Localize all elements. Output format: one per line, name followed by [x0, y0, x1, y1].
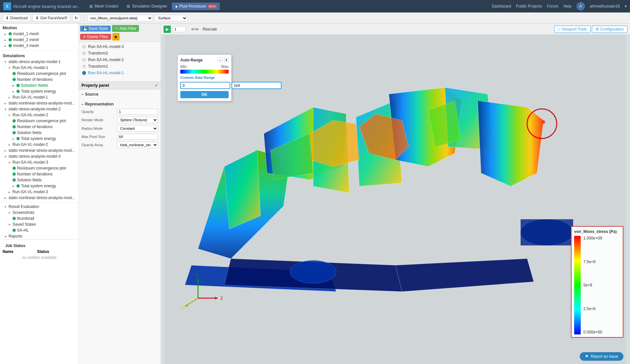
screenshots[interactable]: ▾ Screenshots [0, 210, 79, 216]
solution-fields-2[interactable]: Solution fields [0, 130, 79, 136]
sa-hl[interactable]: SA-HL [0, 227, 79, 233]
property-section-source: – Source [79, 89, 161, 99]
property-panel-check[interactable]: ✓ [155, 83, 158, 88]
filter-select[interactable]: von_Mises_stress[point-data] [87, 15, 153, 21]
cdr-header-btns: – ℹ [217, 57, 229, 62]
property-panel-title: Property panel [81, 83, 109, 88]
sim-2[interactable]: ▾ static-stress-analysis-model-2 [0, 106, 79, 112]
run-sa-vl-model-3[interactable]: ▸ Run-SA-VL-model-3 [0, 189, 79, 195]
run-sa-vl-model-1[interactable]: ▸ Run-SA-VL-model-1 [0, 94, 79, 100]
opacity-input[interactable] [117, 109, 158, 115]
nav-public-projects[interactable]: Public Projects [516, 4, 542, 9]
status-dot [12, 172, 16, 176]
tab-mesh-creator[interactable]: ⊞ Mesh Creator [86, 3, 122, 10]
pipeline-item-5[interactable]: Run-SA-HL-model-1 [80, 70, 159, 76]
result-eval[interactable]: ▾ Result Evaluation [0, 204, 79, 210]
sim-1[interactable]: ▾ static-stress-analysis-model-1 [0, 59, 79, 65]
report-issue-button[interactable]: ⚑ Report an issue [580, 352, 623, 361]
total-energy-3[interactable]: ▸ Total system energy [0, 183, 79, 189]
render-mode-label: Render Mode [81, 118, 114, 122]
render-mode-select[interactable]: Sphere (Texture) [117, 117, 158, 123]
legend-50: 5e+8 [583, 283, 602, 287]
opacity-array-select[interactable]: total_nonlinear_strain [117, 142, 158, 148]
save-state-button[interactable]: 💾 Save State [80, 26, 111, 32]
residuum-1[interactable]: Residuum convergence plot [0, 71, 79, 77]
solution-fields-3[interactable]: Solution fields [0, 177, 79, 183]
representation-section-title[interactable]: – Representation [81, 101, 158, 108]
configuration-button[interactable]: ⚙ Configuration [592, 26, 627, 33]
mesh-model-3[interactable]: ▸ model_3 mesh [0, 43, 79, 49]
num-iter-3[interactable]: Number of iterations [0, 171, 79, 177]
property-section-representation: – Representation Opacity Render Mode Sph… [79, 99, 161, 150]
status-dot [16, 84, 20, 87]
visibility-icon [82, 64, 86, 68]
download-button[interactable]: ⬇ Download [3, 14, 31, 22]
nav-right: Dashboard Public Projects Forum Help A a… [492, 2, 627, 11]
svg-point-2 [542, 121, 545, 124]
total-energy-2[interactable]: ▸ Total system energy [0, 136, 79, 142]
source-section-title[interactable]: – Source [81, 91, 158, 98]
legend-75: 7.5e+8 [583, 260, 602, 264]
frame-input[interactable] [173, 26, 186, 32]
status-dot [16, 137, 20, 140]
pipeline-item-2[interactable]: Transform2 [80, 50, 159, 57]
solution-fields-1[interactable]: ▸ Solution fields [0, 82, 79, 88]
delete-filter-button[interactable]: ✕ Delete Filter [80, 34, 111, 40]
repr-arrow: – [81, 102, 84, 106]
user-avatar[interactable]: A [576, 2, 585, 11]
sim-nonlinear-1[interactable]: ▸ static-nonlinear-stress-analysis-mod..… [0, 100, 79, 106]
cdr-min-input[interactable] [180, 82, 230, 89]
sim-3[interactable]: ▾ static-stress-analysis-model-3 [0, 153, 79, 159]
total-energy-1[interactable]: ▸ Total system energy [0, 88, 79, 94]
pipeline-item-4[interactable]: Transform1 [80, 63, 159, 70]
thumbnail[interactable]: thumbnail [0, 216, 79, 221]
surface-select[interactable]: Surface [155, 15, 188, 21]
saved-states[interactable]: ▾ Saved States [0, 221, 79, 227]
paraview-button[interactable]: ⬇ Get ParaView® [33, 14, 70, 22]
expand-icon: ▸ [5, 38, 8, 42]
nav-forum[interactable]: Forum [547, 4, 558, 9]
tab-simulation-designer[interactable]: ⚙ Simulation Designer [123, 3, 170, 10]
residuum-2[interactable]: Residuum convergence plot [0, 118, 79, 124]
legend-labels: 1.000e+09 7.5e+8 5e+8 2.5e+8 0.000e+00 [583, 236, 602, 334]
nav-dashboard[interactable]: Dashboard [492, 4, 511, 9]
sim-nonlinear-3[interactable]: ▸ static-nonlinear-stress-analysis-mod..… [0, 195, 79, 201]
user-dropdown-icon[interactable]: ▾ [625, 4, 627, 9]
expand-icon: ▸ [9, 96, 12, 99]
run-sa-hl-model-2[interactable]: ▾ Run-SA-HL-model-2 [0, 112, 79, 118]
cdr-ok-button[interactable]: OK [180, 91, 229, 98]
cdr-max-input[interactable] [232, 82, 281, 89]
username[interactable]: ahmedhussain18 [590, 4, 620, 9]
toolbar-separator-1 [83, 15, 84, 21]
run-sa-hl-model-3[interactable]: ▾ Run-SA-HL-model-3 [0, 159, 79, 165]
mesh-model-1[interactable]: ▸ model_1 mesh [0, 31, 79, 37]
mesh-icon: ⊞ [89, 4, 93, 9]
pipeline-item-1[interactable]: Run-SA-HL-model-3 [80, 43, 159, 50]
filter-options-button[interactable]: ■ [112, 33, 120, 40]
nav-tabs: ⊞ Mesh Creator ⚙ Simulation Designer ● P… [86, 3, 220, 10]
status-dot [9, 38, 12, 41]
rescale-button[interactable]: Rescale [200, 26, 219, 32]
radius-mode-select[interactable]: Constant [117, 125, 158, 132]
cdr-dash-btn[interactable]: – [217, 57, 223, 62]
sim-nonlinear-2[interactable]: ▸ static-nonlinear-stress-analysis-mod..… [0, 148, 79, 153]
add-filter-button[interactable]: ＋ Add Filter [112, 25, 139, 32]
mesh-model-2[interactable]: ▸ model_2 mesh [0, 37, 79, 43]
num-iter-1[interactable]: Number of iterations [0, 77, 79, 82]
refresh-button[interactable]: ↻ [72, 14, 80, 22]
nav-help[interactable]: Help [563, 4, 572, 9]
residuum-3[interactable]: Residuum convergence plot [0, 165, 79, 171]
simulations-title: Simulations [0, 52, 79, 59]
num-iter-2[interactable]: Number of iterations [0, 124, 79, 130]
run-sa-hl-model-1[interactable]: ▾ Run-SA-HL-model-1 [0, 65, 79, 71]
cdr-info-btn[interactable]: ℹ [224, 57, 229, 62]
reports[interactable]: ● Reports [0, 233, 79, 239]
run-sa-vl-model-2[interactable]: ▸ Run-SA-VL-model-2 [0, 142, 79, 148]
pipeline-item-3[interactable]: Run-SA-HL-model-2 [80, 57, 159, 63]
svg-text:Y: Y [181, 306, 184, 310]
viewport-tools-button[interactable]: □ Viewport Tools [554, 26, 591, 33]
user-initials: A [579, 4, 582, 9]
play-button[interactable]: ▶ [164, 26, 171, 33]
tab-post-processor[interactable]: ● Post-Processor BETA [172, 3, 220, 10]
max-pixel-size-input[interactable] [117, 134, 158, 140]
